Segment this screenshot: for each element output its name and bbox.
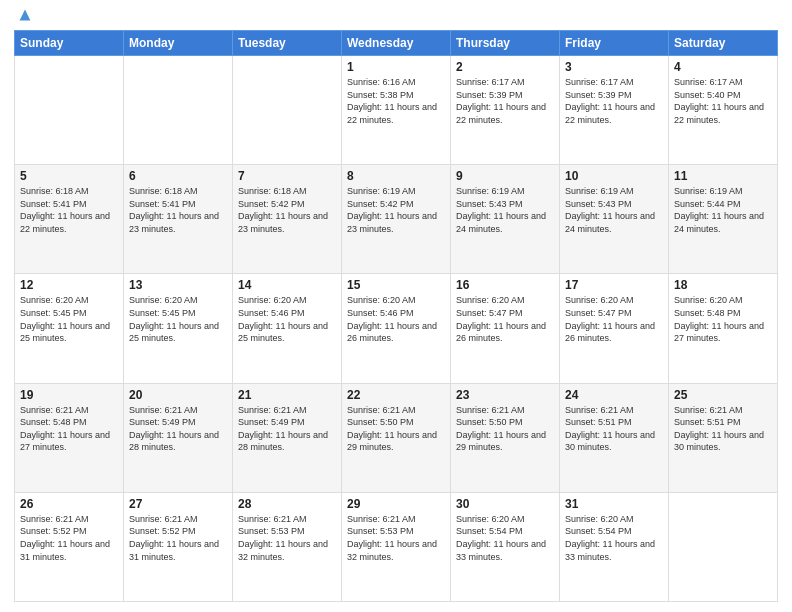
calendar-cell: 11Sunrise: 6:19 AMSunset: 5:44 PMDayligh… (669, 165, 778, 274)
svg-marker-0 (20, 10, 31, 21)
day-info: Sunrise: 6:21 AMSunset: 5:52 PMDaylight:… (129, 513, 227, 563)
day-number: 16 (456, 278, 554, 292)
day-info: Sunrise: 6:20 AMSunset: 5:48 PMDaylight:… (674, 294, 772, 344)
calendar-cell: 27Sunrise: 6:21 AMSunset: 5:52 PMDayligh… (124, 492, 233, 601)
day-number: 28 (238, 497, 336, 511)
calendar-cell (124, 56, 233, 165)
day-number: 19 (20, 388, 118, 402)
col-header-wednesday: Wednesday (342, 31, 451, 56)
day-number: 13 (129, 278, 227, 292)
day-number: 22 (347, 388, 445, 402)
calendar-cell: 8Sunrise: 6:19 AMSunset: 5:42 PMDaylight… (342, 165, 451, 274)
col-header-saturday: Saturday (669, 31, 778, 56)
calendar-cell: 22Sunrise: 6:21 AMSunset: 5:50 PMDayligh… (342, 383, 451, 492)
day-number: 20 (129, 388, 227, 402)
col-header-tuesday: Tuesday (233, 31, 342, 56)
day-number: 6 (129, 169, 227, 183)
day-number: 24 (565, 388, 663, 402)
day-number: 14 (238, 278, 336, 292)
calendar-cell: 23Sunrise: 6:21 AMSunset: 5:50 PMDayligh… (451, 383, 560, 492)
calendar-cell: 14Sunrise: 6:20 AMSunset: 5:46 PMDayligh… (233, 274, 342, 383)
day-info: Sunrise: 6:21 AMSunset: 5:49 PMDaylight:… (129, 404, 227, 454)
day-info: Sunrise: 6:21 AMSunset: 5:53 PMDaylight:… (347, 513, 445, 563)
calendar-cell: 9Sunrise: 6:19 AMSunset: 5:43 PMDaylight… (451, 165, 560, 274)
calendar-cell: 15Sunrise: 6:20 AMSunset: 5:46 PMDayligh… (342, 274, 451, 383)
day-info: Sunrise: 6:17 AMSunset: 5:39 PMDaylight:… (456, 76, 554, 126)
calendar-cell: 5Sunrise: 6:18 AMSunset: 5:41 PMDaylight… (15, 165, 124, 274)
day-info: Sunrise: 6:20 AMSunset: 5:45 PMDaylight:… (129, 294, 227, 344)
calendar-week-5: 26Sunrise: 6:21 AMSunset: 5:52 PMDayligh… (15, 492, 778, 601)
day-info: Sunrise: 6:19 AMSunset: 5:42 PMDaylight:… (347, 185, 445, 235)
calendar-week-4: 19Sunrise: 6:21 AMSunset: 5:48 PMDayligh… (15, 383, 778, 492)
day-info: Sunrise: 6:17 AMSunset: 5:40 PMDaylight:… (674, 76, 772, 126)
day-info: Sunrise: 6:17 AMSunset: 5:39 PMDaylight:… (565, 76, 663, 126)
logo (14, 10, 34, 24)
day-info: Sunrise: 6:19 AMSunset: 5:43 PMDaylight:… (565, 185, 663, 235)
day-number: 31 (565, 497, 663, 511)
day-info: Sunrise: 6:16 AMSunset: 5:38 PMDaylight:… (347, 76, 445, 126)
day-info: Sunrise: 6:20 AMSunset: 5:54 PMDaylight:… (565, 513, 663, 563)
day-info: Sunrise: 6:21 AMSunset: 5:48 PMDaylight:… (20, 404, 118, 454)
calendar-cell: 21Sunrise: 6:21 AMSunset: 5:49 PMDayligh… (233, 383, 342, 492)
day-number: 12 (20, 278, 118, 292)
day-number: 9 (456, 169, 554, 183)
page-header (14, 10, 778, 24)
day-info: Sunrise: 6:19 AMSunset: 5:44 PMDaylight:… (674, 185, 772, 235)
calendar-cell: 30Sunrise: 6:20 AMSunset: 5:54 PMDayligh… (451, 492, 560, 601)
calendar-cell: 28Sunrise: 6:21 AMSunset: 5:53 PMDayligh… (233, 492, 342, 601)
day-info: Sunrise: 6:20 AMSunset: 5:47 PMDaylight:… (456, 294, 554, 344)
day-number: 21 (238, 388, 336, 402)
day-number: 23 (456, 388, 554, 402)
calendar-cell: 18Sunrise: 6:20 AMSunset: 5:48 PMDayligh… (669, 274, 778, 383)
day-number: 15 (347, 278, 445, 292)
day-number: 8 (347, 169, 445, 183)
calendar-cell: 25Sunrise: 6:21 AMSunset: 5:51 PMDayligh… (669, 383, 778, 492)
day-info: Sunrise: 6:19 AMSunset: 5:43 PMDaylight:… (456, 185, 554, 235)
calendar-cell: 29Sunrise: 6:21 AMSunset: 5:53 PMDayligh… (342, 492, 451, 601)
calendar-cell: 13Sunrise: 6:20 AMSunset: 5:45 PMDayligh… (124, 274, 233, 383)
day-info: Sunrise: 6:20 AMSunset: 5:46 PMDaylight:… (347, 294, 445, 344)
day-info: Sunrise: 6:21 AMSunset: 5:51 PMDaylight:… (674, 404, 772, 454)
calendar-cell: 20Sunrise: 6:21 AMSunset: 5:49 PMDayligh… (124, 383, 233, 492)
col-header-friday: Friday (560, 31, 669, 56)
logo-icon (16, 6, 34, 24)
day-number: 5 (20, 169, 118, 183)
day-number: 29 (347, 497, 445, 511)
calendar-week-2: 5Sunrise: 6:18 AMSunset: 5:41 PMDaylight… (15, 165, 778, 274)
day-info: Sunrise: 6:20 AMSunset: 5:54 PMDaylight:… (456, 513, 554, 563)
day-info: Sunrise: 6:21 AMSunset: 5:53 PMDaylight:… (238, 513, 336, 563)
day-info: Sunrise: 6:21 AMSunset: 5:52 PMDaylight:… (20, 513, 118, 563)
calendar-cell: 1Sunrise: 6:16 AMSunset: 5:38 PMDaylight… (342, 56, 451, 165)
col-header-sunday: Sunday (15, 31, 124, 56)
calendar-cell: 17Sunrise: 6:20 AMSunset: 5:47 PMDayligh… (560, 274, 669, 383)
calendar-cell: 6Sunrise: 6:18 AMSunset: 5:41 PMDaylight… (124, 165, 233, 274)
calendar-cell (669, 492, 778, 601)
day-info: Sunrise: 6:18 AMSunset: 5:42 PMDaylight:… (238, 185, 336, 235)
day-number: 18 (674, 278, 772, 292)
day-number: 30 (456, 497, 554, 511)
calendar-table: SundayMondayTuesdayWednesdayThursdayFrid… (14, 30, 778, 602)
day-info: Sunrise: 6:18 AMSunset: 5:41 PMDaylight:… (129, 185, 227, 235)
calendar-cell: 4Sunrise: 6:17 AMSunset: 5:40 PMDaylight… (669, 56, 778, 165)
day-number: 17 (565, 278, 663, 292)
calendar-cell: 12Sunrise: 6:20 AMSunset: 5:45 PMDayligh… (15, 274, 124, 383)
calendar-cell: 7Sunrise: 6:18 AMSunset: 5:42 PMDaylight… (233, 165, 342, 274)
day-number: 25 (674, 388, 772, 402)
calendar-cell: 19Sunrise: 6:21 AMSunset: 5:48 PMDayligh… (15, 383, 124, 492)
day-number: 4 (674, 60, 772, 74)
day-number: 11 (674, 169, 772, 183)
day-number: 7 (238, 169, 336, 183)
day-info: Sunrise: 6:18 AMSunset: 5:41 PMDaylight:… (20, 185, 118, 235)
calendar-cell: 10Sunrise: 6:19 AMSunset: 5:43 PMDayligh… (560, 165, 669, 274)
day-number: 1 (347, 60, 445, 74)
day-number: 27 (129, 497, 227, 511)
calendar-cell: 16Sunrise: 6:20 AMSunset: 5:47 PMDayligh… (451, 274, 560, 383)
col-header-monday: Monday (124, 31, 233, 56)
calendar-cell: 26Sunrise: 6:21 AMSunset: 5:52 PMDayligh… (15, 492, 124, 601)
calendar-week-1: 1Sunrise: 6:16 AMSunset: 5:38 PMDaylight… (15, 56, 778, 165)
calendar-cell: 31Sunrise: 6:20 AMSunset: 5:54 PMDayligh… (560, 492, 669, 601)
day-number: 3 (565, 60, 663, 74)
day-info: Sunrise: 6:20 AMSunset: 5:46 PMDaylight:… (238, 294, 336, 344)
calendar-cell: 2Sunrise: 6:17 AMSunset: 5:39 PMDaylight… (451, 56, 560, 165)
calendar-cell: 24Sunrise: 6:21 AMSunset: 5:51 PMDayligh… (560, 383, 669, 492)
